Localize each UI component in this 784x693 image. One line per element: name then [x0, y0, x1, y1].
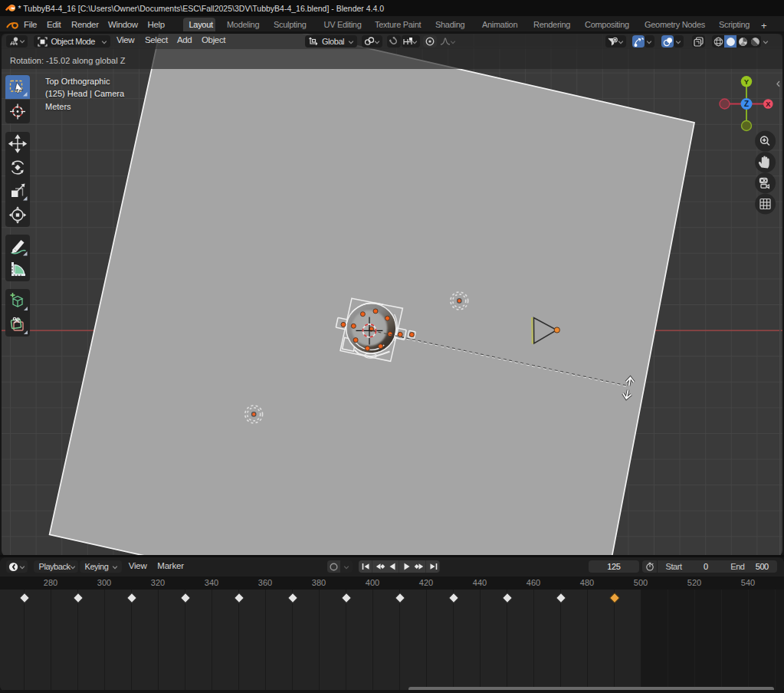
svg-text:X: X: [766, 100, 770, 108]
svg-text:Y: Y: [744, 77, 750, 86]
svg-text:Z: Z: [744, 100, 749, 108]
